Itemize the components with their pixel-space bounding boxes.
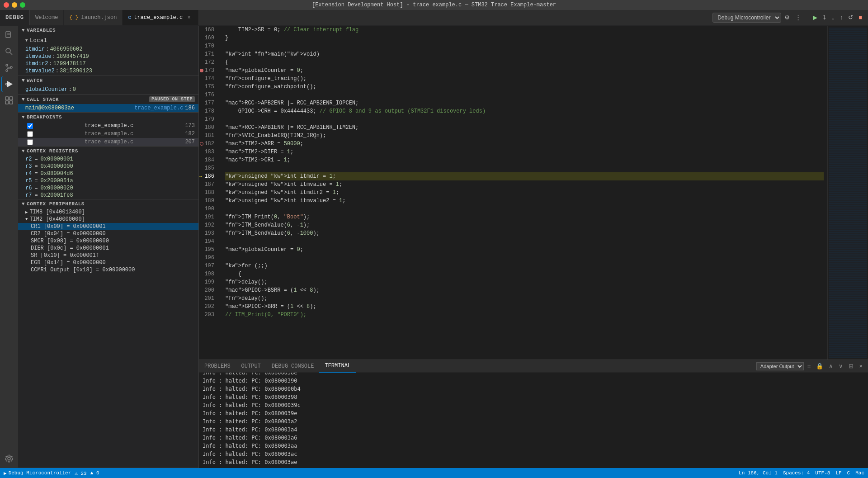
code-line-176[interactable] bbox=[225, 91, 824, 99]
tab-problems[interactable]: PROBLEMS bbox=[199, 360, 236, 373]
status-spaces[interactable]: Spaces: 4 bbox=[783, 470, 810, 476]
status-language[interactable]: C bbox=[847, 470, 850, 476]
code-line-183[interactable]: "mac">TIM2->DIER = 1; bbox=[225, 148, 824, 156]
var-itmdir[interactable]: itmdir : 4066950602 bbox=[18, 46, 198, 53]
bp-item-3[interactable]: trace_example.c 207 bbox=[18, 138, 198, 146]
tab-launch-json[interactable]: { } launch.json bbox=[64, 9, 123, 25]
peripheral-smcr[interactable]: SMCR [0x08] = 0x00000000 bbox=[18, 237, 198, 245]
var-itmvalue[interactable]: itmvalue : 1898457419 bbox=[18, 53, 198, 60]
close-tab-button[interactable]: × bbox=[185, 14, 193, 21]
code-line-188[interactable]: "kw">unsigned "kw">int itmdir2 = 1; bbox=[225, 189, 824, 197]
code-line-200[interactable]: "mac">GPIOC->BSRR = (1 << 8); bbox=[225, 286, 824, 294]
extensions-icon[interactable] bbox=[1, 93, 17, 108]
code-line-186[interactable]: "kw">unsigned "kw">int itmdir = 1; bbox=[225, 172, 824, 180]
callstack-header[interactable]: ▼ CALL STACK PAUSED ON STEP bbox=[18, 95, 198, 104]
status-line-ending[interactable]: LF bbox=[835, 470, 841, 476]
minimap[interactable] bbox=[827, 26, 868, 360]
settings-button[interactable]: ⚙ bbox=[782, 13, 792, 22]
variables-header[interactable]: ▼ VARIABLES bbox=[18, 26, 198, 35]
close-button[interactable] bbox=[4, 2, 9, 8]
code-line-184[interactable]: "mac">TIM2->CR1 = 1; bbox=[225, 156, 824, 164]
code-line-171[interactable]: "kw">int "fn">main("kw">void) bbox=[225, 50, 824, 58]
code-line-175[interactable]: "fn">configure_watchpoint(); bbox=[225, 83, 824, 91]
reg-r7[interactable]: r7 = 0x20001fe8 bbox=[18, 192, 198, 199]
restart-button[interactable]: ↺ bbox=[846, 13, 855, 22]
peripheral-tim2[interactable]: ▼ TIM2 [0x40000000] bbox=[18, 216, 198, 223]
code-lines[interactable]: TIM2->SR = 0; // Clear interrupt flag} "… bbox=[222, 26, 827, 360]
step-into-button[interactable]: ↓ bbox=[829, 13, 837, 22]
step-out-button[interactable]: ↑ bbox=[838, 13, 845, 22]
code-line-195[interactable]: "mac">globalCounter = 0; bbox=[225, 246, 824, 254]
code-line-196[interactable] bbox=[225, 254, 824, 262]
stop-button[interactable]: ■ bbox=[856, 13, 864, 22]
code-line-189[interactable]: "kw">unsigned "kw">int itmvalue2 = 1; bbox=[225, 197, 824, 205]
status-position[interactable]: Ln 186, Col 1 bbox=[739, 470, 778, 476]
code-line-202[interactable]: "mac">GPIOC->BRR = (1 << 8); bbox=[225, 303, 824, 311]
code-line-194[interactable] bbox=[225, 237, 824, 246]
search-icon[interactable] bbox=[1, 44, 17, 59]
reg-r4[interactable]: r4 = 0x080004d6 bbox=[18, 170, 198, 177]
code-line-174[interactable]: "fn">configure_tracing(); bbox=[225, 75, 824, 83]
code-line-191[interactable]: "fn">ITM_Print(0, "Boot"); bbox=[225, 213, 824, 221]
status-warnings[interactable]: ▲ 0 bbox=[90, 470, 99, 476]
peripheral-tim8[interactable]: ▶ TIM8 [0x40013400] bbox=[18, 208, 198, 216]
code-line-193[interactable]: "fn">ITM_SendValue(6, -1000); bbox=[225, 229, 824, 237]
scroll-down-button[interactable]: ∨ bbox=[837, 362, 845, 370]
code-line-172[interactable]: { bbox=[225, 58, 824, 66]
code-line-168[interactable]: TIM2->SR = 0; // Clear interrupt flag bbox=[225, 26, 824, 34]
code-line-173[interactable]: "mac">globalCounter = 0; bbox=[225, 66, 824, 75]
peripheral-cr2[interactable]: CR2 [0x04] = 0x00000000 bbox=[18, 230, 198, 237]
tab-trace-example[interactable]: C trace_example.c × bbox=[123, 9, 198, 25]
reg-r5[interactable]: r5 = 0x2000051a bbox=[18, 177, 198, 185]
peripheral-dier[interactable]: DIER [0x0c] = 0x00000001 bbox=[18, 245, 198, 252]
bp-checkbox-3[interactable] bbox=[27, 139, 33, 145]
code-line-180[interactable]: "mac">RCC->APB1ENR |= RCC_APB1ENR_TIM2EN… bbox=[225, 123, 824, 132]
tab-output[interactable]: OUTPUT bbox=[236, 360, 266, 373]
explorer-icon[interactable] bbox=[1, 28, 17, 43]
peripheral-egr[interactable]: EGR [0x14] = 0x00000000 bbox=[18, 259, 198, 266]
bp-checkbox-2[interactable] bbox=[27, 131, 33, 137]
code-line-187[interactable]: "kw">unsigned "kw">int itmvalue = 1; bbox=[225, 180, 824, 189]
bp-checkbox-1[interactable] bbox=[27, 123, 33, 129]
code-line-185[interactable] bbox=[225, 164, 824, 172]
code-line-179[interactable] bbox=[225, 115, 824, 123]
code-container[interactable]: 1681691701711721731741751761771781791801… bbox=[199, 26, 868, 360]
code-line-169[interactable]: } bbox=[225, 34, 824, 42]
reg-r2[interactable]: r2 = 0x00000001 bbox=[18, 156, 198, 163]
close-panel-button[interactable]: × bbox=[857, 362, 864, 370]
breakpoints-header[interactable]: ▼ BREAKPOINTS bbox=[18, 113, 198, 122]
watch-header[interactable]: ▼ WATCH bbox=[18, 76, 198, 85]
callstack-item[interactable]: main@0x080003ae trace_example.c 186 bbox=[18, 104, 198, 112]
code-line-203[interactable]: // ITM_Print(0, "PORT0"); bbox=[225, 311, 824, 319]
local-header[interactable]: ▼ Local bbox=[18, 36, 198, 46]
code-line-182[interactable]: "mac">TIM2->ARR = 50000; bbox=[225, 140, 824, 148]
clear-console-button[interactable]: ≡ bbox=[806, 362, 813, 370]
split-panel-button[interactable]: ⊞ bbox=[847, 362, 855, 370]
cortex-peripherals-header[interactable]: ▼ CORTEX PERIPHERALS bbox=[18, 199, 198, 208]
scroll-up-button[interactable]: ∧ bbox=[827, 362, 835, 370]
code-line-181[interactable]: "fn">NVIC_EnableIRQ(TIM2_IRQn); bbox=[225, 132, 824, 140]
lock-button[interactable]: 🔒 bbox=[814, 362, 825, 370]
output-dropdown[interactable]: Adapter Output bbox=[756, 362, 804, 370]
reg-r3[interactable]: r3 = 0x40000000 bbox=[18, 163, 198, 170]
debug-config-select[interactable]: Debug Microcontroller bbox=[712, 13, 781, 23]
tab-terminal[interactable]: TERMINAL bbox=[319, 360, 356, 373]
settings-icon[interactable] bbox=[1, 451, 17, 466]
watch-item-globalcounter[interactable]: globalCounter : 0 bbox=[18, 86, 198, 93]
code-line-197[interactable]: "kw">for (;;) bbox=[225, 262, 824, 270]
source-control-icon[interactable] bbox=[1, 60, 17, 76]
maximize-button[interactable] bbox=[20, 2, 25, 8]
console-output[interactable]: Info : halted: PC: 0x08000386Info : halt… bbox=[199, 373, 868, 468]
bp-item-2[interactable]: trace_example.c 182 bbox=[18, 130, 198, 138]
code-line-177[interactable]: "mac">RCC->APB2ENR |= RCC_APB2ENR_IOPCEN… bbox=[225, 99, 824, 107]
status-errors[interactable]: ⚠ 23 bbox=[75, 470, 86, 476]
continue-button[interactable]: ▶ bbox=[811, 13, 820, 22]
status-encoding[interactable]: UTF-8 bbox=[815, 470, 830, 476]
var-itmdir2[interactable]: itmdir2 : 1799478117 bbox=[18, 60, 198, 67]
peripheral-ccmr1[interactable]: CCMR1 Output [0x18] = 0x00000000 bbox=[18, 266, 198, 274]
code-line-192[interactable]: "fn">ITM_SendValue(6, -1); bbox=[225, 221, 824, 229]
tab-debug-console[interactable]: DEBUG CONSOLE bbox=[266, 360, 320, 373]
step-over-button[interactable]: ⤵ bbox=[821, 13, 828, 22]
code-line-198[interactable]: { bbox=[225, 270, 824, 278]
cortex-registers-header[interactable]: ▼ CORTEX REGISTERS bbox=[18, 147, 198, 156]
